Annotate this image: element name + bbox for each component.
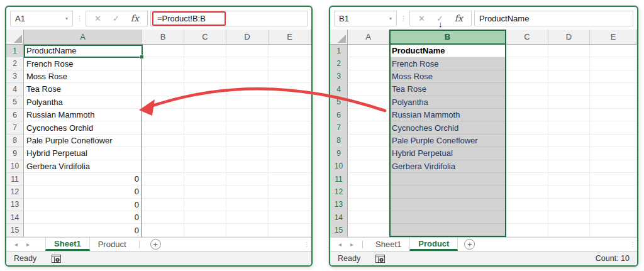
cell-A8[interactable] (348, 135, 389, 147)
cell-A6[interactable]: Russian Mammoth (24, 109, 142, 121)
cell-E15[interactable] (269, 224, 311, 236)
cell-C6[interactable] (184, 109, 226, 121)
column-header-B[interactable]: B (142, 30, 184, 45)
row-header-6[interactable]: 6 (330, 109, 348, 121)
cell-E5[interactable] (269, 96, 311, 109)
row-header-8[interactable]: 8 (330, 135, 348, 147)
sheet-nav-left-icon[interactable]: ◂ (334, 238, 346, 251)
cell-B1[interactable]: ProductName (389, 45, 506, 57)
cell-E6[interactable] (269, 109, 311, 121)
row-header-14[interactable]: 14 (6, 211, 24, 224)
row-header-10[interactable]: 10 (6, 160, 24, 173)
cell-C11[interactable] (506, 173, 548, 185)
cell-B9[interactable]: Hybrid Perpetual (389, 147, 506, 160)
cell-A7[interactable]: Cycnoches Orchid (24, 121, 142, 134)
cell-E7[interactable] (590, 121, 637, 134)
cell-D8[interactable] (226, 135, 269, 147)
cell-E11[interactable] (269, 173, 311, 185)
cell-C7[interactable] (506, 121, 548, 134)
cell-D9[interactable] (226, 147, 269, 160)
cell-D3[interactable] (548, 70, 590, 83)
cell-D2[interactable] (548, 57, 590, 70)
row-header-10[interactable]: 10 (330, 160, 348, 173)
cell-E8[interactable] (269, 135, 311, 147)
cell-A10[interactable] (348, 160, 389, 173)
sheet-nav-right-icon[interactable]: ▸ (346, 238, 358, 251)
column-header-C[interactable]: C (184, 30, 226, 45)
row-header-4[interactable]: 4 (6, 83, 24, 96)
cell-E12[interactable] (269, 185, 311, 198)
cell-D10[interactable] (548, 160, 590, 173)
cell-A9[interactable] (348, 147, 389, 160)
cell-B1[interactable] (142, 45, 184, 57)
cell-C1[interactable] (506, 45, 548, 57)
row-header-7[interactable]: 7 (330, 121, 348, 134)
row-header-7[interactable]: 7 (6, 121, 24, 134)
cell-E6[interactable] (590, 109, 637, 121)
tab-sheet1[interactable]: Sheet1 (367, 238, 409, 251)
row-header-4[interactable]: 4 (330, 83, 348, 96)
cell-A3[interactable]: Moss Rose (24, 70, 142, 83)
cell-E2[interactable] (590, 57, 637, 70)
cell-D8[interactable] (548, 135, 590, 147)
sheet-nav-left-icon[interactable]: ◂ (10, 238, 22, 251)
column-header-D[interactable]: D (548, 30, 590, 45)
row-header-15[interactable]: 15 (6, 224, 24, 236)
cell-C12[interactable] (184, 185, 226, 198)
cell-D9[interactable] (548, 147, 590, 160)
row-header-5[interactable]: 5 (330, 96, 348, 109)
cell-D12[interactable] (548, 185, 590, 198)
cell-A14[interactable]: 0 (24, 211, 142, 224)
cell-A8[interactable]: Pale Purple Coneflower (24, 135, 142, 147)
cell-E3[interactable] (269, 70, 311, 83)
insert-function-icon[interactable]: fx (125, 13, 145, 23)
cell-A4[interactable]: Tea Rose (24, 83, 142, 96)
cell-B10[interactable]: Gerbera Virdifolia (389, 160, 506, 173)
cell-C2[interactable] (184, 57, 226, 70)
cell-E1[interactable] (269, 45, 311, 57)
cell-B7[interactable]: Cycnoches Orchid (389, 121, 506, 134)
cell-B14[interactable] (142, 211, 184, 224)
cell-A1[interactable]: ProductName (24, 45, 142, 57)
cell-A4[interactable] (348, 83, 389, 96)
chevron-down-icon[interactable]: ▾ (65, 16, 68, 21)
select-all-corner[interactable] (330, 30, 348, 45)
cell-A2[interactable] (348, 57, 389, 70)
macro-record-icon[interactable] (375, 255, 385, 263)
cell-B8[interactable]: Pale Purple Coneflower (389, 135, 506, 147)
cell-E15[interactable] (590, 224, 637, 236)
cell-E10[interactable] (590, 160, 637, 173)
cell-A14[interactable] (348, 211, 389, 224)
cell-D13[interactable] (226, 199, 269, 211)
cell-D5[interactable] (226, 96, 269, 109)
add-sheet-button[interactable]: + (150, 239, 161, 250)
row-header-6[interactable]: 6 (6, 109, 24, 121)
cell-D11[interactable] (226, 173, 269, 185)
cell-A2[interactable]: French Rose (24, 57, 142, 70)
column-header-C[interactable]: C (506, 30, 548, 45)
add-sheet-button[interactable]: + (464, 239, 475, 250)
cell-D15[interactable] (548, 224, 590, 236)
cell-D4[interactable] (548, 83, 590, 96)
cell-B4[interactable]: Tea Rose (389, 83, 506, 96)
tab-product[interactable]: Product (409, 238, 458, 251)
formula-bar[interactable]: =Product!B:B (150, 11, 308, 26)
row-header-2[interactable]: 2 (330, 57, 348, 70)
cell-C4[interactable] (506, 83, 548, 96)
row-header-2[interactable]: 2 (6, 57, 24, 70)
cell-C11[interactable] (184, 173, 226, 185)
insert-function-icon[interactable]: fx (449, 13, 469, 23)
row-header-3[interactable]: 3 (330, 70, 348, 83)
cell-A15[interactable]: 0 (24, 224, 142, 236)
cell-E5[interactable] (590, 96, 637, 109)
cancel-icon[interactable]: ✕ (89, 14, 107, 23)
cell-C3[interactable] (184, 70, 226, 83)
cell-D2[interactable] (226, 57, 269, 70)
macro-record-icon[interactable] (52, 255, 61, 263)
cell-D1[interactable] (226, 45, 269, 57)
cell-B12[interactable] (389, 185, 506, 198)
cell-E14[interactable] (269, 211, 311, 224)
cell-D3[interactable] (226, 70, 269, 83)
cell-B13[interactable] (142, 199, 184, 211)
column-header-E[interactable]: E (590, 30, 637, 45)
